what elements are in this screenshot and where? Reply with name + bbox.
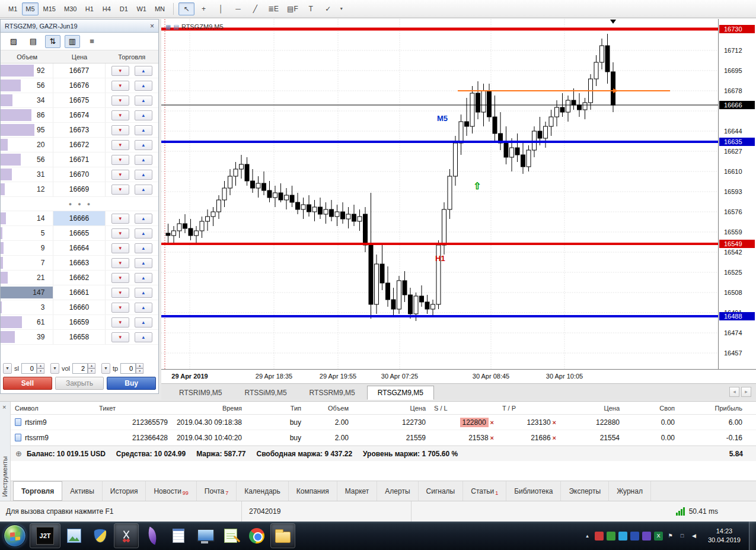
buy-at-price-button[interactable]: ▴: [135, 288, 152, 298]
sell-at-price-button[interactable]: ▾: [111, 66, 129, 76]
buy-at-price-button[interactable]: ▴: [135, 155, 152, 165]
snipping-tool-app-button[interactable]: [114, 524, 138, 548]
timeframe-m15-button[interactable]: M15: [40, 2, 59, 15]
tab-trade[interactable]: Торговля: [13, 481, 62, 501]
tab-news[interactable]: Новости99: [146, 481, 196, 501]
sell-at-price-button[interactable]: ▾: [111, 317, 129, 328]
dropdown-icon[interactable]: ▼: [3, 363, 12, 374]
timeframe-h4-button[interactable]: H4: [98, 2, 114, 15]
notepad-app-button[interactable]: [167, 524, 190, 548]
show-desktop-button[interactable]: [749, 522, 756, 550]
buy-at-price-button[interactable]: ▴: [135, 185, 152, 195]
sl-value-input[interactable]: 0: [21, 363, 37, 374]
tab-assets[interactable]: Активы: [62, 481, 103, 501]
dom-book-icon[interactable]: ▤: [25, 35, 41, 48]
chrome-app-button[interactable]: [245, 524, 269, 548]
close-icon[interactable]: ×: [2, 403, 6, 411]
tab-signals[interactable]: Сигналы: [419, 481, 464, 501]
buy-at-price-button[interactable]: ▴: [135, 332, 152, 342]
buy-at-price-button[interactable]: ▴: [135, 258, 152, 268]
feather-app-button[interactable]: [141, 524, 164, 548]
chart-tab-rtsgzm9[interactable]: RTSGZM9,M5: [367, 386, 434, 400]
scroll-tabs-right-button[interactable]: ▸: [741, 387, 751, 397]
dropdown-icon[interactable]: ▼: [50, 363, 59, 374]
sell-at-price-button[interactable]: ▾: [111, 125, 129, 135]
buy-at-price-button[interactable]: ▴: [135, 317, 152, 328]
image-viewer-app-button[interactable]: [62, 524, 86, 548]
sell-at-price-button[interactable]: ▾: [111, 288, 129, 298]
sell-at-price-button[interactable]: ▾: [111, 214, 129, 224]
sell-at-price-button[interactable]: ▾: [111, 140, 129, 150]
timeframe-m1-button[interactable]: M1: [5, 2, 21, 15]
j2t-app-button[interactable]: J2T: [30, 524, 60, 548]
price-scale[interactable]: 1671216695166781664416627166101659316576…: [718, 19, 756, 369]
timeframe-w1-button[interactable]: W1: [133, 2, 150, 15]
position-row[interactable]: rtssrm92123664282019.04.30 10:40:20buy2.…: [11, 430, 756, 446]
position-row[interactable]: rtsrim92123655792019.04.30 09:18:38buy2.…: [11, 415, 756, 430]
spin-up-button[interactable]: ▲: [136, 363, 143, 368]
spin-down-button[interactable]: ▼: [37, 368, 44, 374]
tray-app-purple-icon[interactable]: [642, 532, 651, 541]
taskbar-clock[interactable]: 14:23 30.04.2019: [707, 527, 747, 545]
timeframe-d1-button[interactable]: D1: [116, 2, 132, 15]
plus-circle-icon[interactable]: ⊕: [15, 449, 22, 458]
buy-at-price-button[interactable]: ▴: [135, 125, 152, 135]
dom-quotes-icon[interactable]: ⇅: [45, 35, 60, 48]
sell-at-price-button[interactable]: ▾: [111, 332, 129, 342]
tab-library[interactable]: Библиотека: [506, 481, 561, 501]
timeframe-mn-button[interactable]: MN: [151, 2, 168, 15]
timeframe-m5-button[interactable]: M5: [22, 2, 38, 15]
vol-value-input[interactable]: 2: [72, 363, 88, 374]
buy-at-price-button[interactable]: ▴: [135, 273, 152, 283]
sell-at-price-button[interactable]: ▾: [111, 258, 129, 268]
sell-at-price-button[interactable]: ▾: [111, 110, 129, 120]
sell-at-price-button[interactable]: ▾: [111, 273, 129, 283]
remove-tp-button[interactable]: ×: [553, 419, 556, 426]
sell-at-price-button[interactable]: ▾: [111, 303, 129, 313]
time-axis[interactable]: 29 Apr 201929 Apr 18:3529 Apr 19:5530 Ap…: [161, 369, 756, 383]
tab-experts[interactable]: Эксперты: [561, 481, 609, 501]
sell-at-price-button[interactable]: ▾: [111, 155, 129, 165]
tab-market[interactable]: Маркет: [337, 481, 378, 501]
buy-at-price-button[interactable]: ▴: [135, 140, 152, 150]
tab-alerts[interactable]: Алерты: [377, 481, 418, 501]
tray-app-excel-icon[interactable]: X: [654, 532, 663, 541]
sell-at-price-button[interactable]: ▾: [111, 185, 129, 195]
text-tool-button[interactable]: T: [303, 2, 319, 15]
dom-filter-icon[interactable]: ≡: [84, 35, 100, 48]
cursor-tool-button[interactable]: ↖: [178, 2, 194, 15]
tray-app-skype-icon[interactable]: [618, 532, 627, 541]
close-icon[interactable]: ×: [150, 22, 154, 30]
remove-sl-button[interactable]: ×: [490, 434, 494, 441]
spin-down-button[interactable]: ▼: [136, 368, 143, 374]
chart-tab-rtssrm9[interactable]: RTSSRM9,M5: [299, 386, 366, 400]
tab-articles[interactable]: Статьи1: [463, 481, 506, 501]
tray-app-green-icon[interactable]: [607, 532, 615, 541]
buy-button[interactable]: Buy: [107, 377, 156, 390]
tray-app-red-icon[interactable]: [595, 532, 604, 541]
equidistant-channel-tool-button[interactable]: ≣E: [264, 2, 282, 15]
fibonacci-tool-button[interactable]: ▤F: [283, 2, 302, 15]
tab-journal[interactable]: Журнал: [609, 481, 651, 501]
tray-flag-icon[interactable]: ⚑: [666, 532, 675, 541]
sell-at-price-button[interactable]: ▾: [111, 81, 129, 91]
spin-up-button[interactable]: ▲: [88, 363, 95, 368]
scroll-tabs-left-button[interactable]: ◂: [729, 387, 739, 397]
candlestick-chart[interactable]: [161, 19, 718, 369]
remove-sl-button[interactable]: ×: [490, 419, 494, 426]
horizontal-line-tool-button[interactable]: ─: [230, 2, 246, 15]
explorer-app-button[interactable]: [271, 524, 295, 548]
spin-up-button[interactable]: ▲: [37, 363, 44, 368]
tray-volume-icon[interactable]: ◀: [690, 532, 698, 541]
start-button[interactable]: [2, 523, 28, 549]
tp-value-input[interactable]: 0: [120, 363, 136, 374]
buy-at-price-button[interactable]: ▴: [135, 214, 152, 224]
dom-chart-icon[interactable]: ▨: [6, 35, 21, 48]
crosshair-tool-button[interactable]: +: [196, 2, 212, 15]
buy-at-price-button[interactable]: ▴: [135, 110, 152, 120]
hidden-icons-button[interactable]: ▴: [583, 532, 592, 541]
sell-at-price-button[interactable]: ▾: [111, 170, 129, 180]
buy-at-price-button[interactable]: ▴: [135, 228, 152, 239]
dropdown-icon[interactable]: ▼: [101, 363, 110, 374]
buy-at-price-button[interactable]: ▴: [135, 81, 152, 91]
